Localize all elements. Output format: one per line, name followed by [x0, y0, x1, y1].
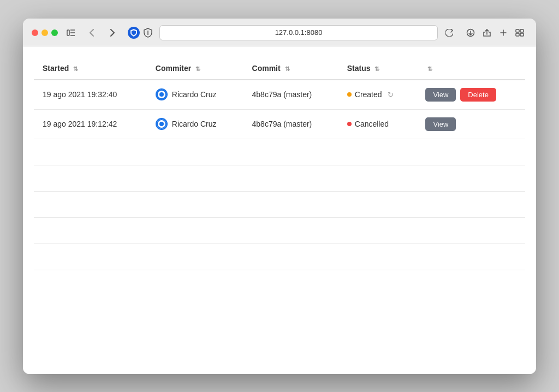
sort-icon-status: ⇅: [374, 66, 379, 72]
download-button[interactable]: [463, 25, 478, 40]
delete-button[interactable]: Delete: [460, 88, 496, 102]
browser-window: 127.0.0.1:8080: [23, 19, 536, 374]
refresh-icon[interactable]: ↻: [388, 91, 394, 99]
view-button[interactable]: View: [425, 117, 456, 131]
sort-icon-commit: ⇅: [285, 66, 290, 72]
col-commiter[interactable]: Commiter ⇅: [147, 57, 243, 80]
commiter-name: Ricardo Cruz: [172, 90, 217, 99]
view-button[interactable]: View: [425, 88, 456, 102]
share-button[interactable]: [479, 25, 495, 40]
maximize-button[interactable]: [51, 29, 58, 36]
sidebar-toggle-button[interactable]: [63, 25, 79, 40]
col-status[interactable]: Status ⇅: [338, 57, 417, 80]
reload-button[interactable]: [443, 27, 455, 39]
minimize-button[interactable]: [41, 29, 48, 36]
col-commit[interactable]: Commit ⇅: [243, 57, 338, 80]
new-tab-button[interactable]: [496, 25, 511, 40]
deployments-table: Started ⇅ Commiter ⇅ Commit ⇅ Status ⇅: [34, 57, 525, 296]
empty-row: [34, 139, 525, 165]
svg-point-17: [159, 122, 164, 126]
status-text: Created: [355, 90, 382, 99]
tabs-button[interactable]: [512, 25, 527, 40]
cell-commit: 4b8c79a (master): [243, 109, 338, 139]
shield-icon[interactable]: [142, 27, 154, 39]
sort-icon-actions: ⇅: [427, 66, 432, 72]
close-button[interactable]: [32, 29, 38, 36]
back-button[interactable]: [84, 25, 99, 40]
bitwarden-icon[interactable]: [128, 27, 140, 39]
empty-row: [34, 217, 525, 243]
cell-actions: ViewDelete: [417, 80, 525, 110]
svg-rect-13: [520, 33, 524, 36]
col-started[interactable]: Started ⇅: [34, 57, 147, 80]
extension-icons: [128, 27, 154, 39]
status-text: Cancelled: [355, 120, 389, 128]
cell-actions: View: [417, 109, 525, 139]
address-bar[interactable]: 127.0.0.1:8080: [159, 25, 438, 40]
empty-row: [34, 270, 525, 296]
status-dot: [347, 92, 352, 97]
url-text: 127.0.0.1:8080: [275, 28, 323, 37]
sort-icon-started: ⇅: [73, 66, 78, 72]
svg-rect-11: [520, 29, 524, 32]
status-dot: [347, 122, 352, 126]
col-actions: ⇅: [417, 57, 525, 80]
commiter-avatar: [156, 88, 168, 100]
cell-started: 19 ago 2021 19:12:42: [34, 109, 147, 139]
empty-row: [34, 191, 525, 217]
table-row: 19 ago 2021 19:12:42 Ricardo Cruz 4b8c79…: [34, 109, 525, 139]
cell-status: Cancelled: [338, 109, 417, 139]
table-row: 19 ago 2021 19:32:40 Ricardo Cruz 4b8c79…: [34, 80, 525, 110]
browser-content: Started ⇅ Commiter ⇅ Commit ⇅ Status ⇅: [23, 46, 536, 374]
commiter-name: Ricardo Cruz: [172, 120, 217, 128]
sort-icon-commiter: ⇅: [195, 66, 200, 72]
svg-rect-10: [516, 29, 519, 32]
cell-commit: 4b8c79a (master): [243, 80, 338, 110]
cell-status: Created ↻: [338, 80, 417, 110]
browser-actions: [463, 25, 527, 40]
svg-point-15: [159, 92, 164, 97]
traffic-lights: [32, 29, 58, 36]
empty-row: [34, 165, 525, 191]
commiter-avatar: [156, 118, 168, 130]
cell-started: 19 ago 2021 19:32:40: [34, 80, 147, 110]
cell-commiter: Ricardo Cruz: [147, 80, 243, 110]
cell-commiter: Ricardo Cruz: [147, 109, 243, 139]
forward-button[interactable]: [105, 25, 120, 40]
browser-chrome: 127.0.0.1:8080: [23, 19, 536, 46]
table-header-row: Started ⇅ Commiter ⇅ Commit ⇅ Status ⇅: [34, 57, 525, 80]
empty-row: [34, 243, 525, 270]
svg-rect-0: [67, 30, 69, 35]
svg-rect-12: [516, 33, 519, 36]
